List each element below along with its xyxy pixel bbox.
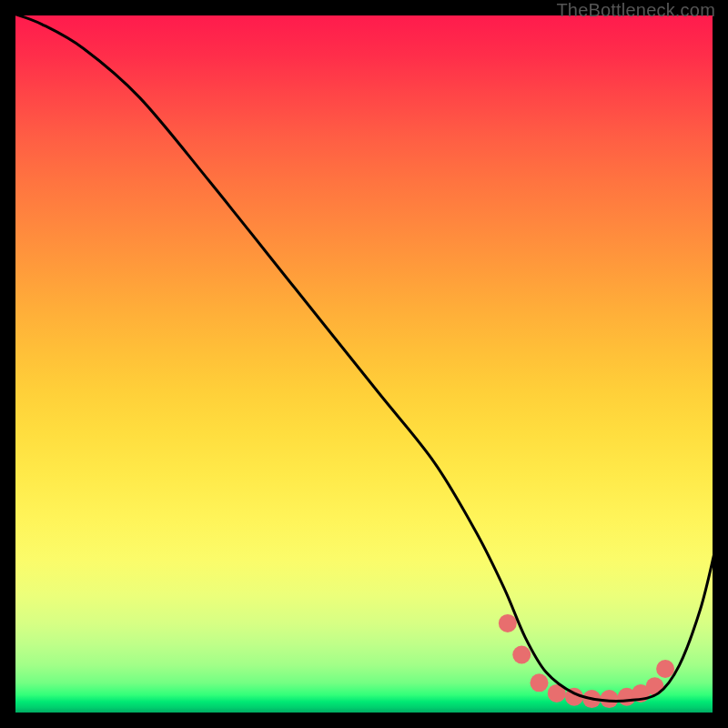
gradient-plot-background xyxy=(14,14,714,714)
attribution-text: TheBottleneck.com xyxy=(556,0,715,21)
chart-stage: TheBottleneck.com xyxy=(0,0,728,728)
